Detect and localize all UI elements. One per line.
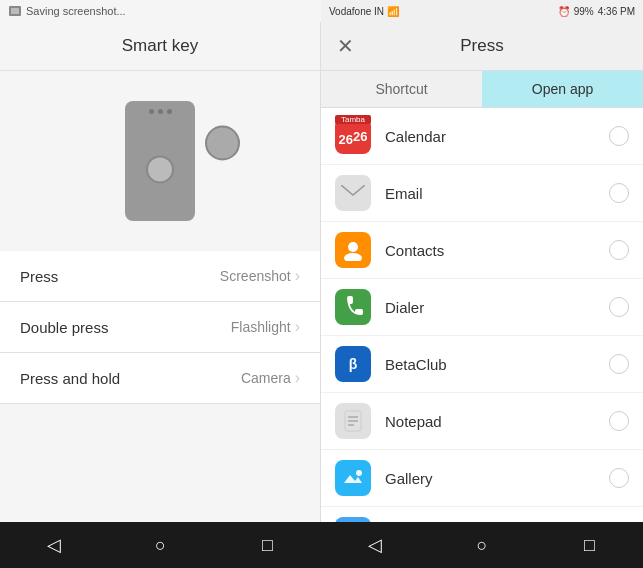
phone-camera-circle xyxy=(146,155,174,183)
left-bottom-nav: ◁ ○ □ xyxy=(0,522,321,568)
right-header: ✕ Press xyxy=(321,22,643,71)
phone-illustration xyxy=(0,71,320,251)
option-press-hold[interactable]: Press and hold Camera › xyxy=(0,353,320,404)
option-double-press-value: Flashlight › xyxy=(231,318,300,336)
close-button[interactable]: ✕ xyxy=(337,34,367,58)
option-press-hold-value: Camera › xyxy=(241,369,300,387)
notepad-app-icon xyxy=(335,403,371,439)
dialer-radio[interactable] xyxy=(609,297,629,317)
time-text: 4:36 PM xyxy=(598,6,635,17)
back-button-left[interactable]: ◁ xyxy=(29,534,79,556)
battery-text: 99% xyxy=(574,6,594,17)
option-press-hold-label: Press and hold xyxy=(20,370,120,387)
contacts-radio[interactable] xyxy=(609,240,629,260)
left-panel-title: Smart key xyxy=(0,22,320,71)
smart-key-button xyxy=(205,126,240,161)
notepad-app-name: Notepad xyxy=(385,413,609,430)
contacts-app-icon xyxy=(335,232,371,268)
tab-open-app[interactable]: Open app xyxy=(482,71,643,107)
tab-bar: Shortcut Open app xyxy=(321,71,643,108)
smart-key-options: Press Screenshot › Double press Flashlig… xyxy=(0,251,320,404)
svg-point-9 xyxy=(356,470,362,476)
alarm-icon: ⏰ xyxy=(558,6,570,17)
email-app-name: Email xyxy=(385,185,609,202)
home-button-left[interactable]: ○ xyxy=(136,535,186,556)
svg-rect-1 xyxy=(11,8,19,14)
betaclub-radio[interactable] xyxy=(609,354,629,374)
betaclub-app-name: BetaClub xyxy=(385,356,609,373)
app-item-email[interactable]: Email xyxy=(321,165,643,222)
option-press-value: Screenshot › xyxy=(220,267,300,285)
dialer-app-name: Dialer xyxy=(385,299,609,316)
option-press-label: Press xyxy=(20,268,58,285)
back-button-right[interactable]: ◁ xyxy=(350,534,400,556)
svg-point-3 xyxy=(348,242,358,252)
right-panel-title: Press xyxy=(367,36,597,56)
option-double-press-label: Double press xyxy=(20,319,108,336)
email-app-icon xyxy=(335,175,371,211)
chevron-right-icon-3: › xyxy=(295,369,300,387)
right-panel: ✕ Press Shortcut Open app Tamba 26 Calen… xyxy=(321,22,643,522)
calendar-app-icon: Tamba 26 xyxy=(335,118,371,154)
dialer-app-icon xyxy=(335,289,371,325)
calendar-app-name: Calendar xyxy=(385,128,609,145)
gallery-app-name: Gallery xyxy=(385,470,609,487)
calendar-radio[interactable] xyxy=(609,126,629,146)
right-status-bar: Vodafone IN 📶 ⏰ 99% 4:36 PM xyxy=(321,0,643,22)
gallery-radio[interactable] xyxy=(609,468,629,488)
phone-top-dots xyxy=(149,109,172,114)
right-bottom-nav: ◁ ○ □ xyxy=(321,522,643,568)
app-list: Tamba 26 Calendar Email xyxy=(321,108,643,522)
phone-body xyxy=(125,101,195,221)
app-item-gallery[interactable]: Gallery xyxy=(321,450,643,507)
chevron-right-icon: › xyxy=(295,267,300,285)
carrier-text: Vodafone IN xyxy=(329,6,384,17)
screenshot-icon xyxy=(8,4,22,18)
chevron-right-icon-2: › xyxy=(295,318,300,336)
gallery-app-icon xyxy=(335,460,371,496)
app-item-dialer[interactable]: Dialer xyxy=(321,279,643,336)
app-item-calendar[interactable]: Tamba 26 Calendar xyxy=(321,108,643,165)
recent-button-right[interactable]: □ xyxy=(564,535,614,556)
app-item-notepad[interactable]: Notepad xyxy=(321,393,643,450)
email-radio[interactable] xyxy=(609,183,629,203)
option-press[interactable]: Press Screenshot › xyxy=(0,251,320,302)
left-panel: Smart key Press Scr xyxy=(0,22,321,522)
signal-icon: 📶 xyxy=(387,6,399,17)
saving-screenshot-text: Saving screenshot... xyxy=(8,4,126,18)
svg-point-4 xyxy=(344,253,362,261)
app-item-betaclub[interactable]: β BetaClub xyxy=(321,336,643,393)
tab-shortcut[interactable]: Shortcut xyxy=(321,71,482,107)
contacts-app-name: Contacts xyxy=(385,242,609,259)
app-item-messaging[interactable]: Messaging xyxy=(321,507,643,522)
home-button-right[interactable]: ○ xyxy=(457,535,507,556)
notepad-radio[interactable] xyxy=(609,411,629,431)
betaclub-app-icon: β xyxy=(335,346,371,382)
app-item-contacts[interactable]: Contacts xyxy=(321,222,643,279)
option-double-press[interactable]: Double press Flashlight › xyxy=(0,302,320,353)
left-status-bar: Saving screenshot... xyxy=(0,0,321,22)
recent-button-left[interactable]: □ xyxy=(243,535,293,556)
